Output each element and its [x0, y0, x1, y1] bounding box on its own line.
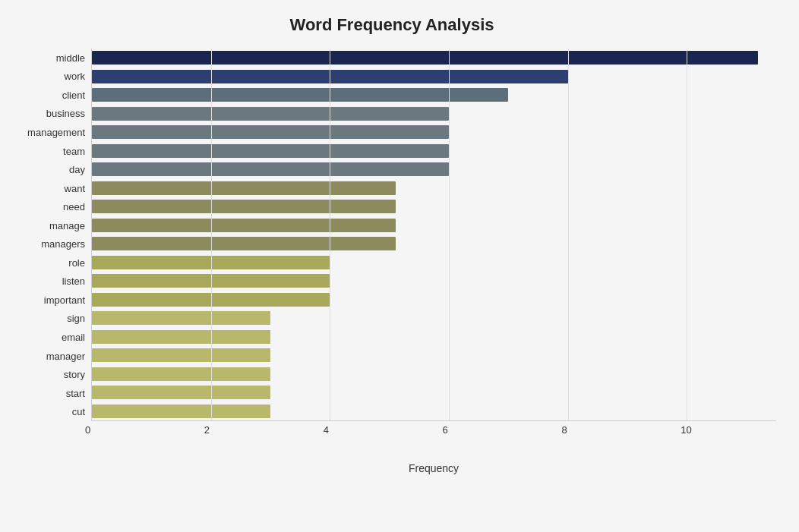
bar-row	[92, 143, 776, 159]
bar	[92, 237, 396, 250]
bar-row	[92, 180, 776, 197]
bar	[92, 144, 449, 158]
bar-row	[92, 105, 776, 122]
x-tick: 2	[204, 424, 210, 436]
x-tick: 0	[85, 424, 90, 436]
bar-row	[92, 161, 776, 178]
y-label: cut	[72, 403, 85, 421]
bar-row	[92, 310, 776, 326]
y-label: manager	[46, 347, 85, 365]
y-label: listen	[62, 272, 85, 291]
x-tick: 6	[443, 424, 448, 436]
bar	[92, 51, 758, 65]
bar-row	[92, 87, 776, 103]
bars-area	[91, 49, 776, 421]
bar-row	[92, 366, 776, 382]
chart-container: Word Frequency Analysis middleworkclient…	[0, 0, 799, 532]
y-label: manage	[49, 216, 85, 235]
grid-line	[568, 49, 569, 420]
bar-row	[92, 329, 776, 345]
bar-row	[92, 68, 776, 85]
bar	[92, 348, 270, 362]
bar-row	[92, 235, 776, 252]
x-tick: 8	[561, 424, 567, 436]
bar-row	[92, 403, 776, 420]
bar	[92, 88, 508, 102]
x-axis: 0246810	[91, 421, 776, 439]
y-label: middle	[56, 49, 85, 67]
bar-row	[92, 49, 776, 66]
y-label: management	[27, 123, 85, 141]
bar	[92, 162, 449, 176]
bar	[92, 200, 396, 213]
bar-row	[92, 217, 776, 234]
grid-line	[687, 49, 687, 420]
bar-row	[92, 254, 776, 271]
bar	[92, 386, 270, 399]
bar-row	[92, 272, 776, 289]
bar	[92, 125, 449, 139]
y-label: role	[68, 253, 85, 272]
y-labels: middleworkclientbusinessmanagementteamda…	[8, 49, 91, 421]
y-label: work	[65, 68, 85, 86]
bar	[92, 405, 270, 418]
y-label: day	[69, 161, 85, 179]
y-label: sign	[67, 310, 85, 328]
y-label: business	[46, 105, 85, 123]
chart-title: Word Frequency Analysis	[8, 15, 776, 35]
bar	[92, 330, 270, 344]
y-label: want	[65, 179, 85, 197]
bars-wrapper: middleworkclientbusinessmanagementteamda…	[8, 49, 776, 421]
bar	[92, 311, 270, 325]
y-label: story	[64, 366, 85, 384]
y-label: client	[62, 86, 85, 104]
chart-area: middleworkclientbusinessmanagementteamda…	[8, 49, 776, 474]
bar	[92, 107, 449, 121]
y-label: email	[62, 328, 85, 346]
grid-line	[449, 49, 450, 420]
bar	[92, 181, 396, 195]
bar-row	[92, 198, 776, 215]
bar-row	[92, 384, 776, 401]
y-label: managers	[41, 235, 85, 253]
bar-row	[92, 347, 776, 364]
x-tick: 10	[681, 424, 691, 436]
y-label: need	[63, 198, 85, 216]
y-label: start	[66, 384, 85, 402]
grid-line	[330, 49, 330, 420]
bar-row	[92, 124, 776, 140]
bar-row	[92, 291, 776, 308]
x-axis-label: Frequency	[91, 462, 776, 474]
y-label: important	[44, 291, 85, 309]
grid-line	[211, 49, 212, 420]
bar	[92, 219, 396, 232]
y-label: team	[63, 142, 85, 160]
x-tick: 4	[324, 424, 329, 436]
bar	[92, 367, 270, 381]
